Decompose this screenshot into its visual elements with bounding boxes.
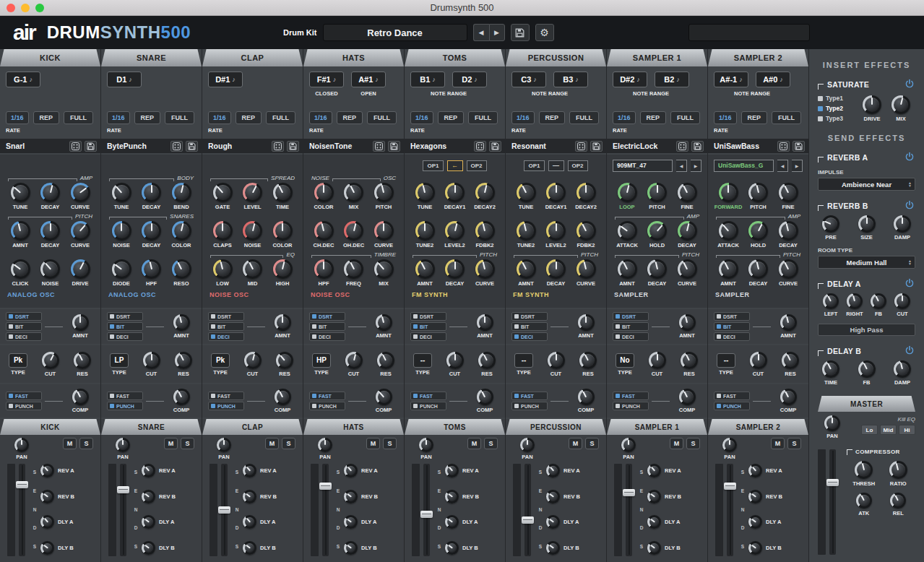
fader-handle[interactable] — [420, 511, 433, 518]
send-knob-rev-b[interactable] — [142, 490, 155, 503]
rate-value-button[interactable]: 1/16 — [613, 111, 636, 124]
knob-attack[interactable] — [618, 221, 637, 241]
kill-eq-mid-button[interactable]: Mid — [880, 425, 897, 435]
knob-color[interactable] — [314, 183, 334, 202]
degrade-option-dsrt[interactable]: DSRT — [6, 312, 42, 321]
degrade-option-deci[interactable]: DECI — [309, 332, 345, 341]
filter-cut-knob[interactable] — [244, 352, 262, 369]
send-knob-rev-a[interactable] — [142, 464, 155, 477]
filter-cut-knob[interactable] — [649, 352, 666, 369]
knob-hpf[interactable] — [314, 259, 334, 279]
close-window-button[interactable] — [7, 4, 15, 12]
send-knob-rev-a[interactable] — [445, 464, 459, 477]
master-pan-knob[interactable] — [824, 415, 840, 431]
solo-button[interactable]: S — [282, 438, 295, 449]
comp-knob[interactable] — [376, 389, 392, 405]
degrade-option-dsrt[interactable]: DSRT — [309, 312, 345, 321]
mute-button[interactable]: M — [63, 438, 77, 449]
knob-drive[interactable] — [71, 259, 90, 279]
send-knob-dly-b[interactable] — [40, 541, 54, 555]
info-display-field[interactable] — [688, 24, 810, 41]
filter-type-button[interactable]: No — [616, 353, 634, 368]
knob-amnt[interactable] — [11, 221, 30, 241]
repeat-button[interactable]: REP — [539, 111, 566, 124]
full-button[interactable]: FULL — [64, 111, 93, 124]
delay-a-fb-knob[interactable] — [871, 293, 886, 309]
fader-handle[interactable] — [724, 483, 736, 490]
save-preset-button[interactable] — [590, 141, 603, 152]
knob-fdbk2[interactable] — [577, 221, 596, 241]
knob-claps[interactable] — [213, 221, 233, 241]
knob-hpf[interactable] — [142, 259, 161, 279]
filter-res-knob[interactable] — [681, 352, 698, 369]
pan-knob[interactable] — [520, 438, 535, 452]
solo-button[interactable]: S — [484, 438, 498, 449]
degrade-option-bit[interactable]: BIT — [309, 322, 345, 331]
knob-amnt[interactable] — [719, 259, 738, 279]
reverb-b-pre-knob[interactable] — [822, 215, 839, 233]
note-button-sampler-1-1[interactable]: B2♪ — [655, 72, 689, 87]
pan-knob[interactable] — [419, 438, 433, 452]
solo-button[interactable]: S — [181, 438, 194, 449]
save-preset-button[interactable] — [287, 141, 299, 152]
volume-fader[interactable] — [524, 464, 531, 556]
knob-level[interactable] — [243, 183, 262, 202]
repeat-button[interactable]: REP — [134, 111, 161, 124]
degrade-amount-knob[interactable] — [679, 314, 696, 331]
send-knob-dly-a[interactable] — [40, 515, 54, 529]
save-preset-button[interactable] — [489, 141, 501, 152]
pan-knob[interactable] — [116, 438, 130, 452]
sample-select[interactable]: 909MT_47 — [613, 160, 673, 172]
degrade-option-deci[interactable]: DECI — [6, 332, 42, 341]
knob-tune2[interactable] — [415, 221, 435, 241]
filter-cut-knob[interactable] — [42, 352, 59, 369]
degrade-option-bit[interactable]: BIT — [410, 322, 446, 331]
shape-option-punch[interactable]: PUNCH — [6, 402, 42, 410]
degrade-option-bit[interactable]: BIT — [613, 322, 649, 331]
reverb-b-power-button[interactable] — [904, 200, 915, 211]
degrade-option-dsrt[interactable]: DSRT — [613, 312, 649, 321]
fader-handle[interactable] — [623, 489, 635, 496]
degrade-option-bit[interactable]: BIT — [714, 322, 750, 331]
delay-b-damp-knob[interactable] — [894, 360, 911, 378]
rate-value-button[interactable]: 1/16 — [714, 111, 737, 124]
degrade-amount-knob[interactable] — [173, 314, 190, 331]
knob-decay[interactable] — [142, 183, 161, 202]
degrade-option-deci[interactable]: DECI — [613, 332, 649, 341]
shape-option-fast[interactable]: FAST — [208, 392, 244, 400]
note-button-snare-0[interactable]: D1♪ — [107, 72, 142, 87]
note-button-sampler-2-1[interactable]: A#0♪ — [756, 72, 790, 87]
repeat-button[interactable]: REP — [337, 111, 363, 124]
randomize-preset-button[interactable] — [373, 141, 385, 152]
knob-fdbk2[interactable] — [475, 221, 495, 241]
knob-curve[interactable] — [71, 183, 90, 202]
knob-curve[interactable] — [475, 259, 495, 279]
degrade-option-dsrt[interactable]: DSRT — [410, 312, 446, 321]
knob-diode[interactable] — [112, 259, 131, 279]
send-knob-rev-a[interactable] — [546, 464, 560, 477]
send-knob-dly-b[interactable] — [142, 541, 155, 555]
knob-decay[interactable] — [748, 259, 768, 279]
degrade-option-deci[interactable]: DECI — [714, 332, 750, 341]
mute-button[interactable]: M — [366, 438, 380, 449]
master-volume-fader[interactable] — [829, 449, 836, 555]
note-button-hats-0[interactable]: F#1♪ — [309, 72, 344, 87]
save-preset-button[interactable] — [85, 141, 97, 152]
filter-res-knob[interactable] — [579, 352, 597, 369]
delay-a-right-knob[interactable] — [847, 293, 863, 309]
send-knob-dly-b[interactable] — [546, 541, 560, 555]
knob-decay[interactable] — [445, 259, 465, 279]
fader-handle[interactable] — [319, 483, 332, 490]
op2-button[interactable]: OP2 — [568, 160, 588, 171]
full-button[interactable]: FULL — [670, 111, 700, 124]
filter-res-knob[interactable] — [478, 352, 496, 369]
solo-button[interactable]: S — [383, 438, 397, 449]
knob-mid[interactable] — [243, 259, 262, 279]
send-knob-rev-a[interactable] — [647, 464, 661, 477]
mute-button[interactable]: M — [467, 438, 481, 449]
kill-eq-hi-button[interactable]: Hi — [899, 425, 915, 435]
send-knob-dly-a[interactable] — [647, 515, 661, 529]
send-knob-dly-a[interactable] — [243, 515, 256, 529]
solo-button[interactable]: S — [585, 438, 599, 449]
degrade-option-bit[interactable]: BIT — [107, 322, 143, 331]
